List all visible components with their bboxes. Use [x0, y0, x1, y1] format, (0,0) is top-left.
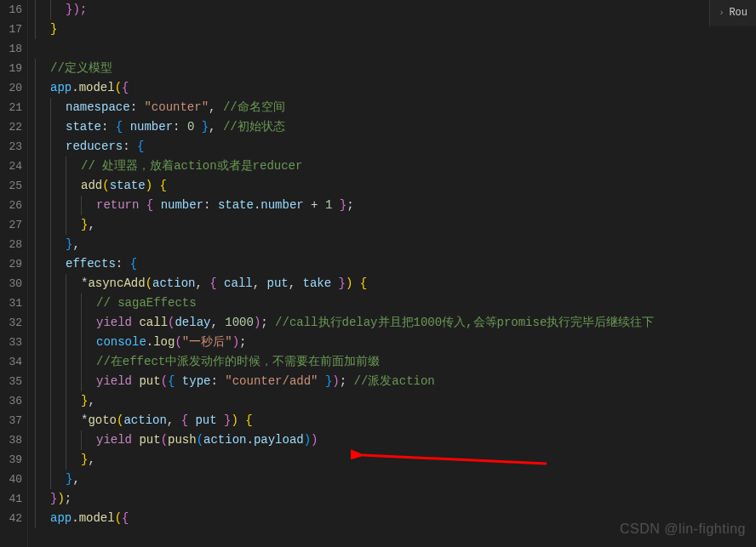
line-number: 35: [0, 372, 22, 391]
token-brace: }: [50, 22, 57, 36]
code-line[interactable]: yield put(push(action.payload)): [35, 430, 756, 450]
token-comment: //在effect中派发动作的时候，不需要在前面加前缀: [96, 355, 380, 368]
code-line[interactable]: console.log("一秒后");: [35, 333, 756, 352]
token-brace2: (: [161, 433, 168, 447]
line-number: 19: [0, 59, 22, 78]
token-brace: (: [115, 81, 122, 94]
overview-tab[interactable]: › Rou: [709, 0, 756, 26]
line-number: 39: [0, 450, 22, 470]
code-line[interactable]: namespace: "counter", //命名空间: [35, 98, 756, 117]
code-line[interactable]: }: [35, 20, 756, 39]
token-object: console: [96, 335, 146, 349]
code-line[interactable]: yield put({ type: "counter/add" }); //派发…: [35, 372, 756, 391]
code-line[interactable]: });: [35, 489, 756, 509]
token-operator: +: [304, 198, 325, 212]
token-punct: ,: [209, 100, 223, 114]
code-line[interactable]: },: [35, 450, 756, 470]
token-prop: number: [161, 198, 203, 212]
line-number: 25: [0, 176, 22, 196]
token-brace2: ): [332, 374, 339, 388]
token-param: action: [152, 276, 195, 290]
token-punct: .: [72, 511, 78, 525]
code-line[interactable]: },: [35, 391, 756, 411]
token-brace: ): [232, 413, 238, 427]
token-method: put: [139, 374, 160, 388]
token-object: app: [50, 511, 72, 525]
token-punct: ,: [195, 276, 209, 290]
code-content[interactable]: });} //定义模型app.model({namespace: "counte…: [27, 0, 756, 547]
code-line[interactable]: return { number: state.number + 1 };: [35, 196, 756, 215]
token-punct: ,: [210, 316, 225, 329]
code-line[interactable]: *asyncAdd(action, { call, put, take }) {: [35, 274, 756, 293]
code-line[interactable]: effects: {: [35, 254, 756, 274]
token-brace3: (: [197, 433, 203, 447]
token-param: state: [218, 198, 254, 212]
token-punct: ;: [261, 316, 275, 329]
code-line[interactable]: // sagaEffects: [35, 293, 756, 313]
code-line[interactable]: },: [35, 235, 756, 254]
token-keyword: yield: [96, 433, 132, 447]
code-line[interactable]: [35, 39, 756, 59]
code-line[interactable]: reducers: {: [35, 137, 756, 157]
code-line[interactable]: add(state) {: [35, 176, 756, 196]
token-brace2: {: [139, 198, 160, 212]
chevron-right-icon: ›: [719, 3, 724, 23]
code-line[interactable]: yield call(delay, 1000); //call执行delay并且…: [35, 313, 756, 333]
token-prop: reducers: [66, 140, 123, 153]
code-line[interactable]: },: [35, 215, 756, 235]
token-punct: ,: [289, 276, 303, 290]
token-method: asyncAdd: [88, 276, 145, 290]
code-line[interactable]: state: { number: 0 }, //初始状态: [35, 117, 756, 137]
token-punct: :: [123, 140, 137, 153]
token-string: "counter/add": [225, 374, 318, 388]
line-number: 38: [0, 430, 22, 450]
token-prop: namespace: [66, 100, 130, 114]
token-param: action: [203, 433, 246, 447]
code-line[interactable]: // 处理器，放着action或者是reducer: [35, 157, 756, 176]
token-brace2: (: [175, 335, 181, 349]
token-param: take: [303, 276, 332, 290]
code-line[interactable]: },: [35, 470, 756, 489]
line-number: 24: [0, 157, 22, 176]
token-punct: ,: [253, 276, 267, 290]
code-line[interactable]: app.model({: [35, 78, 756, 98]
token-brace2: {: [122, 81, 129, 94]
token-prop: effects: [66, 257, 116, 271]
token-punct: ;: [340, 374, 354, 388]
token-method: model: [79, 81, 115, 94]
token-prop: number: [261, 198, 303, 212]
code-line[interactable]: *goto(action, { put }) {: [35, 411, 756, 430]
code-line[interactable]: });: [35, 0, 756, 20]
line-number: 41: [0, 489, 22, 509]
token-punct: :: [173, 120, 187, 134]
token-punct: ,: [88, 218, 94, 231]
token-brace: (: [115, 511, 122, 525]
token-brace3: {: [168, 374, 182, 388]
token-punct: ;: [65, 492, 72, 505]
token-brace2: {: [209, 276, 224, 290]
token-punct: :: [130, 100, 145, 114]
token-method: put: [139, 433, 160, 447]
token-comment: // sagaEffects: [96, 296, 197, 310]
token-method: model: [79, 511, 115, 525]
token-keyword: yield: [96, 374, 132, 388]
code-editor[interactable]: 1617181920212223242526272829303132333435…: [0, 0, 756, 547]
line-number: 26: [0, 196, 22, 215]
token-prop: state: [66, 120, 101, 134]
token-punct: .: [246, 433, 253, 447]
token-brace2: {: [181, 413, 196, 427]
token-brace2: (: [161, 374, 168, 388]
token-prop: number: [130, 120, 173, 134]
token-comment: //初始状态: [223, 120, 285, 134]
token-method: log: [153, 335, 175, 349]
code-line[interactable]: //在effect中派发动作的时候，不需要在前面加前缀: [35, 352, 756, 372]
code-line[interactable]: //定义模型: [35, 59, 756, 78]
token-punct: ,: [88, 394, 94, 407]
token-param: action: [123, 413, 166, 427]
line-number-gutter: 1617181920212223242526272829303132333435…: [0, 0, 27, 547]
token-string: "一秒后": [182, 335, 232, 349]
token-brace: ): [146, 179, 152, 192]
token-string: "counter": [144, 100, 209, 114]
token-punct: .: [146, 335, 153, 349]
line-number: 32: [0, 313, 22, 333]
